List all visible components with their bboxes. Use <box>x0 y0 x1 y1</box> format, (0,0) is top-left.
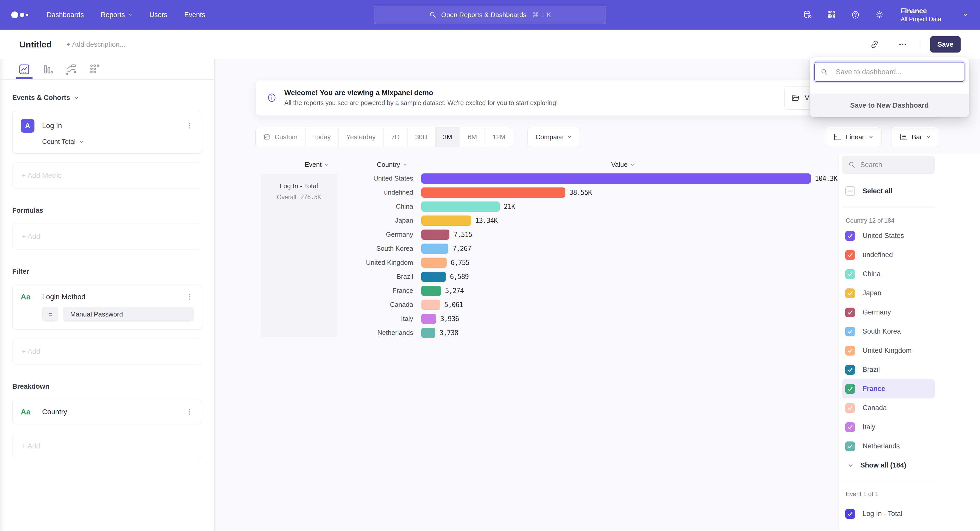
country-checkbox[interactable] <box>845 422 855 432</box>
bar[interactable] <box>422 187 565 198</box>
event-checkbox-row[interactable]: Log In - Total <box>842 504 935 523</box>
segments-search-input[interactable]: Search <box>842 155 935 174</box>
select-all-row[interactable]: Select all <box>842 186 980 196</box>
nav-item-dashboards[interactable]: Dashboards <box>47 11 84 19</box>
country-checkbox[interactable] <box>845 365 855 375</box>
apps-grid-icon[interactable] <box>827 10 836 20</box>
breakdown-property-name[interactable]: Country <box>42 408 67 416</box>
chart-type-button[interactable]: Bar <box>891 127 939 147</box>
bar[interactable] <box>422 314 436 324</box>
breakdown-heading: Breakdown <box>12 382 202 390</box>
compare-button[interactable]: Compare <box>528 127 580 147</box>
country-row-united-kingdom[interactable]: United Kingdom <box>842 341 935 360</box>
mixpanel-logo-icon[interactable] <box>11 11 28 18</box>
report-title[interactable]: Untitled <box>19 40 52 49</box>
event-column-header[interactable]: Event <box>299 161 334 169</box>
filter-operator[interactable]: = <box>42 307 59 322</box>
country-row-china[interactable]: China <box>842 265 935 284</box>
country-row-france[interactable]: France <box>842 379 935 398</box>
global-search-button[interactable]: Open Reports & Dashboards ⌘ + K <box>374 6 606 24</box>
range-12m[interactable]: 12M <box>485 127 513 147</box>
add-breakdown-button[interactable]: + Add <box>12 433 202 459</box>
data-management-icon[interactable] <box>803 10 812 20</box>
chevron-down-icon[interactable] <box>962 11 969 18</box>
country-checkbox[interactable] <box>845 346 855 355</box>
nav-item-events[interactable]: Events <box>184 11 205 19</box>
bar[interactable] <box>422 272 446 282</box>
bar[interactable] <box>422 258 447 268</box>
country-row-japan[interactable]: Japan <box>842 284 935 303</box>
breakdown-card[interactable]: Aa Country <box>12 399 202 424</box>
kebab-menu-icon[interactable] <box>185 293 194 301</box>
country-checkbox[interactable] <box>845 327 855 336</box>
nav-item-reports[interactable]: Reports <box>101 11 133 19</box>
select-all-checkbox[interactable] <box>845 186 855 196</box>
add-filter-button[interactable]: + Add <box>12 338 202 365</box>
country-checkbox[interactable] <box>845 288 855 298</box>
bar[interactable] <box>422 286 441 296</box>
country-row-united-states[interactable]: United States <box>842 226 935 245</box>
country-row-south-korea[interactable]: South Korea <box>842 322 935 341</box>
country-checkbox[interactable] <box>845 403 855 413</box>
project-selector[interactable]: Finance All Project Data <box>900 7 941 23</box>
range-7d[interactable]: 7D <box>383 127 407 147</box>
more-options-icon[interactable] <box>898 40 907 49</box>
range-custom[interactable]: Custom <box>256 127 305 147</box>
report-description-placeholder[interactable]: + Add description... <box>67 41 125 48</box>
country-checkbox[interactable] <box>845 384 855 394</box>
country-column-header[interactable]: Country <box>358 161 426 169</box>
copy-link-icon[interactable] <box>870 40 880 49</box>
events-cohorts-heading[interactable]: Events & Cohorts <box>12 94 202 102</box>
metric-card[interactable]: A Log In Count Total <box>12 111 202 154</box>
filter-value[interactable]: Manual Password <box>63 307 194 322</box>
tab-flows[interactable] <box>65 63 78 76</box>
range-6m[interactable]: 6M <box>460 127 485 147</box>
filter-property-name[interactable]: Login Method <box>42 293 86 301</box>
bar[interactable] <box>422 244 449 254</box>
country-checkbox[interactable] <box>845 441 855 451</box>
country-row-italy[interactable]: Italy <box>842 417 935 437</box>
country-row-canada[interactable]: Canada <box>842 398 935 417</box>
country-checkbox-list: United StatesundefinedChinaJapanGermanyS… <box>842 226 980 456</box>
bar[interactable] <box>422 300 440 310</box>
metric-event-name[interactable]: Log In <box>42 122 62 130</box>
chart-controls: CustomTodayYesterday7D30D3M6M12M Compare… <box>256 127 939 147</box>
save-dashboard-search-input[interactable]: Save to dashboard... <box>815 62 964 82</box>
scale-selector-button[interactable]: Linear <box>825 127 881 147</box>
event-series-cell[interactable]: Log In - Total Overall 276.5K <box>261 174 337 337</box>
save-to-new-dashboard-button[interactable]: Save to New Dashboard <box>810 94 969 117</box>
range-today[interactable]: Today <box>305 127 339 147</box>
bar[interactable] <box>422 230 449 240</box>
event-checkbox[interactable] <box>845 509 855 519</box>
range-30d[interactable]: 30D <box>407 127 435 147</box>
add-formula-button[interactable]: + Add <box>12 223 202 250</box>
range-yesterday[interactable]: Yesterday <box>339 127 383 147</box>
bar[interactable] <box>422 201 500 212</box>
metric-aggregation[interactable]: Count Total <box>42 138 194 146</box>
nav-item-users[interactable]: Users <box>149 11 167 19</box>
kebab-menu-icon[interactable] <box>185 407 194 416</box>
country-row-undefined[interactable]: undefined <box>842 245 935 265</box>
country-checkbox[interactable] <box>845 250 855 260</box>
settings-gear-icon[interactable] <box>875 10 884 20</box>
country-row-brazil[interactable]: Brazil <box>842 360 935 379</box>
add-metric-button[interactable]: + Add Metric <box>12 162 202 189</box>
bar[interactable] <box>422 173 811 184</box>
kebab-menu-icon[interactable] <box>185 121 194 130</box>
save-button[interactable]: Save <box>930 36 961 52</box>
tab-retention[interactable] <box>88 63 101 76</box>
bar[interactable] <box>422 216 471 226</box>
range-3m[interactable]: 3M <box>435 127 460 147</box>
value-column-header[interactable]: Value <box>585 161 661 169</box>
bar[interactable] <box>422 328 435 338</box>
country-checkbox[interactable] <box>845 269 855 279</box>
country-checkbox[interactable] <box>845 308 855 317</box>
country-row-netherlands[interactable]: Netherlands <box>842 437 935 456</box>
show-all-button[interactable]: Show all (184) <box>842 461 980 469</box>
filter-card[interactable]: Aa Login Method = Manual Password <box>12 285 202 330</box>
tab-funnels[interactable] <box>41 63 54 76</box>
help-icon[interactable] <box>851 10 860 20</box>
country-row-germany[interactable]: Germany <box>842 303 935 322</box>
tab-insights[interactable] <box>18 63 30 76</box>
country-checkbox[interactable] <box>845 231 855 241</box>
